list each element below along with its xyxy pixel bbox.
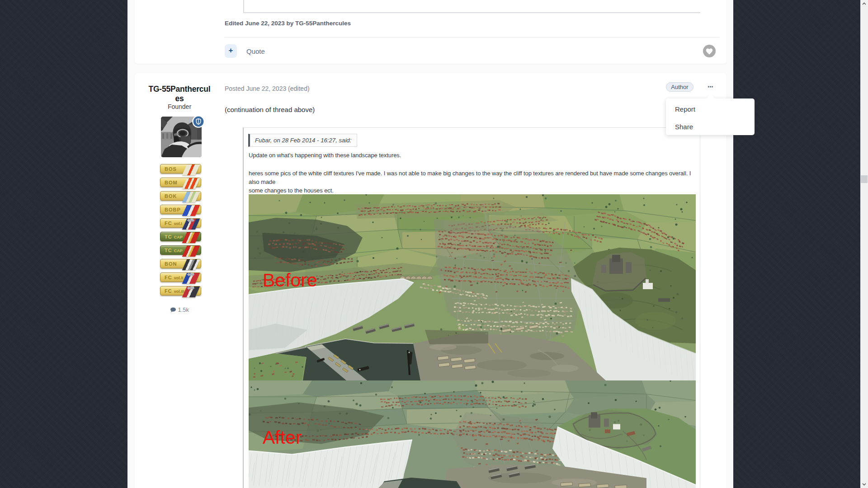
svg-text:Before: Before [263,270,317,291]
svg-text:After: After [263,427,302,447]
